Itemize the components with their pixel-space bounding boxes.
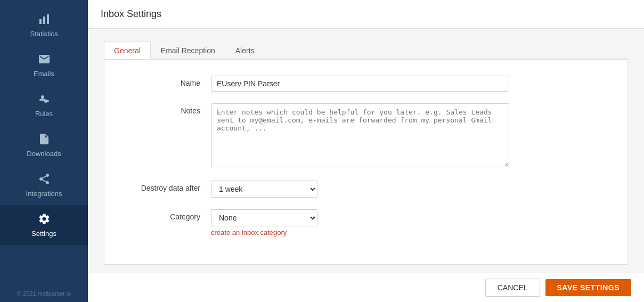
name-row: Name xyxy=(126,76,606,92)
sidebar-item-rules[interactable]: Rules xyxy=(0,85,88,125)
downloads-icon xyxy=(38,133,51,148)
tab-general[interactable]: General xyxy=(104,42,151,59)
notes-label: Notes xyxy=(126,103,211,115)
notes-field-wrapper xyxy=(211,103,509,169)
page-title: Inbox Settings xyxy=(101,9,161,19)
notes-input[interactable] xyxy=(211,103,509,167)
category-select[interactable]: None Category 1 Category 2 xyxy=(211,209,317,226)
sidebar: Statistics Emails Rules Downloads Integr… xyxy=(0,0,88,302)
tab-alerts[interactable]: Alerts xyxy=(225,42,265,59)
destroy-select[interactable]: 1 week 2 weeks 1 month 3 months 6 months… xyxy=(211,181,317,198)
category-row: Category None Category 1 Category 2 crea… xyxy=(126,209,606,236)
name-input[interactable] xyxy=(211,76,509,92)
destroy-row: Destroy data after 1 week 2 weeks 1 mont… xyxy=(126,181,606,198)
sidebar-item-integrations[interactable]: Integrations xyxy=(0,165,88,205)
tabs: General Email Reception Alerts xyxy=(104,42,628,59)
destroy-field-wrapper: 1 week 2 weeks 1 month 3 months 6 months… xyxy=(211,181,509,198)
settings-icon xyxy=(38,213,51,227)
page-header: Inbox Settings xyxy=(88,0,644,29)
name-label: Name xyxy=(126,76,211,87)
tab-email-reception[interactable]: Email Reception xyxy=(151,42,225,59)
rules-icon xyxy=(38,93,51,108)
sidebar-item-downloads[interactable]: Downloads xyxy=(0,125,88,165)
integrations-icon xyxy=(38,173,51,187)
sidebar-item-settings[interactable]: Settings xyxy=(0,205,88,245)
footer-copyright: © 2021 mailparser.io xyxy=(12,285,76,302)
svg-rect-2 xyxy=(47,14,49,24)
footer-bar: CANCEL SAVE SETTINGS xyxy=(88,273,644,302)
category-label: Category xyxy=(126,209,211,221)
destroy-label: Destroy data after xyxy=(126,181,211,192)
svg-point-3 xyxy=(41,95,44,99)
category-field-wrapper: None Category 1 Category 2 create an inb… xyxy=(211,209,509,236)
email-icon xyxy=(38,53,51,68)
notes-row: Notes xyxy=(126,103,606,169)
form-card: Name Notes Destroy data after 1 week 2 xyxy=(104,59,628,265)
cancel-button[interactable]: CANCEL xyxy=(485,279,540,297)
save-button[interactable]: SAVE SETTINGS xyxy=(545,279,631,296)
bar-chart-icon xyxy=(38,13,51,28)
name-field-wrapper xyxy=(211,76,509,92)
sidebar-item-emails[interactable]: Emails xyxy=(0,45,88,85)
create-category-link[interactable]: create an inbox category xyxy=(211,228,287,236)
svg-rect-1 xyxy=(43,17,45,24)
sidebar-item-statistics[interactable]: Statistics xyxy=(0,5,88,45)
svg-rect-0 xyxy=(39,19,42,24)
content-area: General Email Reception Alerts Name Note… xyxy=(88,29,644,273)
main-area: Inbox Settings General Email Reception A… xyxy=(88,0,644,302)
